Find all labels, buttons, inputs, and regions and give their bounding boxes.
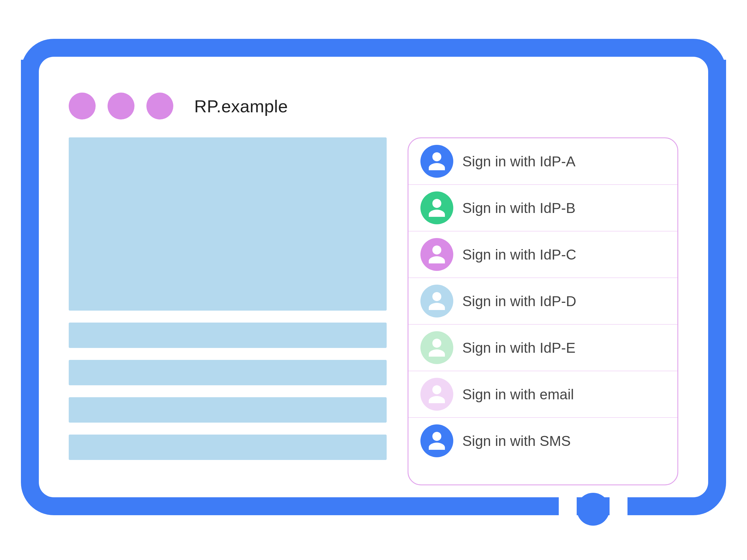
content-placeholder-column <box>69 137 387 485</box>
content-line-placeholder <box>69 323 387 348</box>
signin-option-idp-c[interactable]: Sign in with IdP-C <box>409 232 677 278</box>
signin-option-label: Sign in with IdP-C <box>462 246 576 263</box>
signin-option-idp-b[interactable]: Sign in with IdP-B <box>409 185 677 232</box>
signin-option-idp-e[interactable]: Sign in with IdP-E <box>409 325 677 371</box>
signin-option-idp-d[interactable]: Sign in with IdP-D <box>409 278 677 325</box>
signin-option-sms[interactable]: Sign in with SMS <box>409 418 677 464</box>
frame-gap <box>559 497 577 515</box>
account-icon <box>420 285 453 318</box>
window-control-dot-2 <box>108 92 134 119</box>
signin-option-label: Sign in with SMS <box>462 433 571 449</box>
frame-gap <box>610 497 627 515</box>
content-line-placeholder <box>69 434 387 460</box>
account-icon <box>420 424 453 457</box>
address-bar-url: RP.example <box>194 96 288 116</box>
signin-option-label: Sign in with IdP-D <box>462 293 576 310</box>
signin-option-label: Sign in with email <box>462 386 574 403</box>
signin-option-label: Sign in with IdP-E <box>462 340 575 356</box>
content-line-placeholder <box>69 397 387 423</box>
signin-option-email[interactable]: Sign in with email <box>409 371 677 418</box>
page-content: Sign in with IdP-A Sign in with IdP-B Si… <box>69 137 678 485</box>
account-icon <box>420 191 453 224</box>
browser-titlebar: RP.example <box>51 81 696 128</box>
signin-option-idp-a[interactable]: Sign in with IdP-A <box>409 138 677 185</box>
frame-accent-dot <box>577 493 610 526</box>
account-icon <box>420 145 453 178</box>
signin-option-label: Sign in with IdP-B <box>462 200 575 216</box>
content-hero-placeholder <box>69 137 387 311</box>
account-icon <box>420 238 453 271</box>
signin-option-label: Sign in with IdP-A <box>462 153 575 170</box>
window-control-dot-1 <box>69 92 96 119</box>
window-control-dot-3 <box>147 92 173 119</box>
account-icon <box>420 378 453 411</box>
content-line-placeholder <box>69 360 387 385</box>
signin-options-panel: Sign in with IdP-A Sign in with IdP-B Si… <box>408 137 678 485</box>
browser-window: RP.example Sign in with IdP-A Sign in wi… <box>51 81 696 485</box>
account-icon <box>420 331 453 364</box>
